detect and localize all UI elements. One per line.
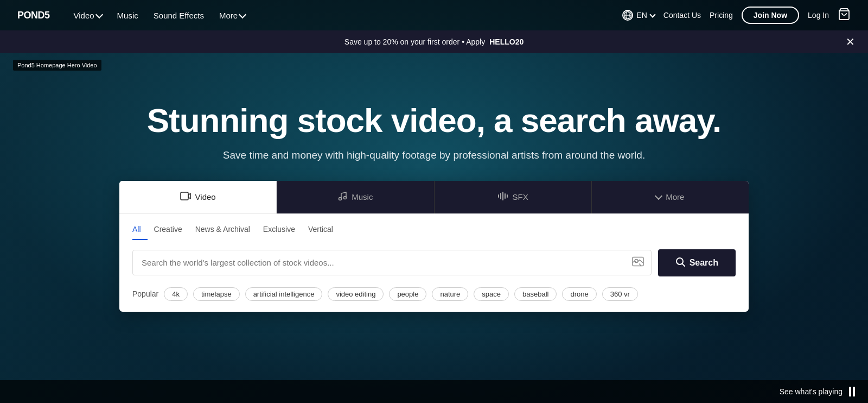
popular-label: Popular <box>132 289 158 298</box>
tag-360vr[interactable]: 360 vr <box>602 287 638 301</box>
video-chevron-icon <box>95 10 103 18</box>
more-tab-label: More <box>666 192 684 202</box>
sfx-tab-label: SFX <box>513 192 528 202</box>
tag-nature[interactable]: nature <box>432 287 468 301</box>
nav-login[interactable]: Log In <box>808 11 829 20</box>
search-input[interactable] <box>132 250 652 275</box>
svg-point-5 <box>339 197 342 200</box>
image-search-icon[interactable] <box>632 255 644 270</box>
search-box: Video Music <box>119 181 749 312</box>
svg-line-15 <box>682 264 685 266</box>
nav-links: Video Music Sound Effects More <box>67 7 623 24</box>
svg-rect-8 <box>500 193 501 199</box>
nav-more[interactable]: More <box>213 7 252 24</box>
logo-text: POND5 <box>17 10 50 21</box>
logo[interactable]: POND5 <box>17 10 50 21</box>
hero-section: POND5 Video Music Sound Effects More <box>0 0 868 403</box>
pause-bar-1 <box>849 387 851 396</box>
tag-4k[interactable]: 4k <box>164 287 188 301</box>
svg-rect-9 <box>502 192 503 200</box>
svg-point-14 <box>676 258 683 265</box>
tag-ai[interactable]: artificial intelligence <box>245 287 323 301</box>
tag-space[interactable]: space <box>474 287 509 301</box>
svg-rect-4 <box>181 192 188 200</box>
tag-baseball[interactable]: baseball <box>514 287 557 301</box>
join-now-button[interactable]: Join Now <box>742 7 799 24</box>
video-tab-label: Video <box>195 192 216 202</box>
sfx-tab-icon <box>497 191 508 203</box>
language-selector[interactable]: EN <box>622 10 654 21</box>
music-tab-label: Music <box>352 192 373 202</box>
search-button[interactable]: Search <box>658 249 736 276</box>
see-what-playing[interactable]: See what's playing <box>780 387 843 396</box>
nav-sound-effects[interactable]: Sound Effects <box>147 7 210 24</box>
cart-icon[interactable] <box>838 8 851 23</box>
hero-content: Stunning stock video, a search away. Sav… <box>0 102 868 311</box>
tab-more-chevron-icon <box>655 192 662 200</box>
search-tabs: Video Music <box>119 181 749 214</box>
tag-video-editing[interactable]: video editing <box>328 287 384 301</box>
navbar: POND5 Video Music Sound Effects More <box>0 0 868 30</box>
pause-bar-2 <box>853 387 855 396</box>
nav-contact[interactable]: Contact Us <box>663 11 701 20</box>
tab-music[interactable]: Music <box>277 181 434 213</box>
search-input-row: Search <box>119 241 749 287</box>
hero-title: Stunning stock video, a search away. <box>147 102 722 139</box>
svg-rect-7 <box>498 194 499 198</box>
bottom-bar: See what's playing <box>0 380 868 403</box>
tab-sfx[interactable]: SFX <box>435 181 592 213</box>
svg-rect-11 <box>507 194 508 198</box>
search-subtabs: All Creative News & Archival Exclusive V… <box>119 214 749 241</box>
promo-banner-text: Save up to 20% on your first order • App… <box>344 37 485 46</box>
lang-label: EN <box>636 11 647 20</box>
tab-more[interactable]: More <box>592 181 749 213</box>
tag-drone[interactable]: drone <box>562 287 596 301</box>
music-tab-icon <box>337 191 347 203</box>
globe-icon <box>622 10 633 21</box>
subtab-vertical[interactable]: Vertical <box>302 222 340 240</box>
subtab-news-archival[interactable]: News & Archival <box>189 222 257 240</box>
tag-people[interactable]: people <box>389 287 426 301</box>
tab-video[interactable]: Video <box>119 181 277 213</box>
nav-right: EN Contact Us Pricing Join Now Log In <box>622 7 851 24</box>
video-tab-icon <box>180 191 191 204</box>
subtab-exclusive[interactable]: Exclusive <box>257 222 302 240</box>
pause-button[interactable] <box>849 387 855 396</box>
search-icon <box>675 257 685 269</box>
promo-banner-code: HELLO20 <box>489 37 524 46</box>
promo-banner: Save up to 20% on your first order • App… <box>0 30 868 53</box>
more-chevron-icon <box>239 10 246 18</box>
svg-point-6 <box>344 196 347 199</box>
subtab-all[interactable]: All <box>132 222 148 240</box>
search-input-wrap <box>132 250 652 275</box>
svg-rect-10 <box>505 193 506 199</box>
hero-subtitle: Save time and money with high-quality fo… <box>223 149 645 161</box>
promo-close-button[interactable]: ✕ <box>846 36 855 47</box>
lang-chevron-icon <box>649 11 655 17</box>
nav-pricing[interactable]: Pricing <box>710 11 733 20</box>
tag-timelapse[interactable]: timelapse <box>193 287 240 301</box>
nav-music[interactable]: Music <box>111 7 145 24</box>
nav-video[interactable]: Video <box>67 7 108 24</box>
subtab-creative[interactable]: Creative <box>148 222 189 240</box>
video-tooltip: Pond5 Homepage Hero Video <box>13 60 101 71</box>
popular-row: Popular 4k timelapse artificial intellig… <box>119 287 749 312</box>
